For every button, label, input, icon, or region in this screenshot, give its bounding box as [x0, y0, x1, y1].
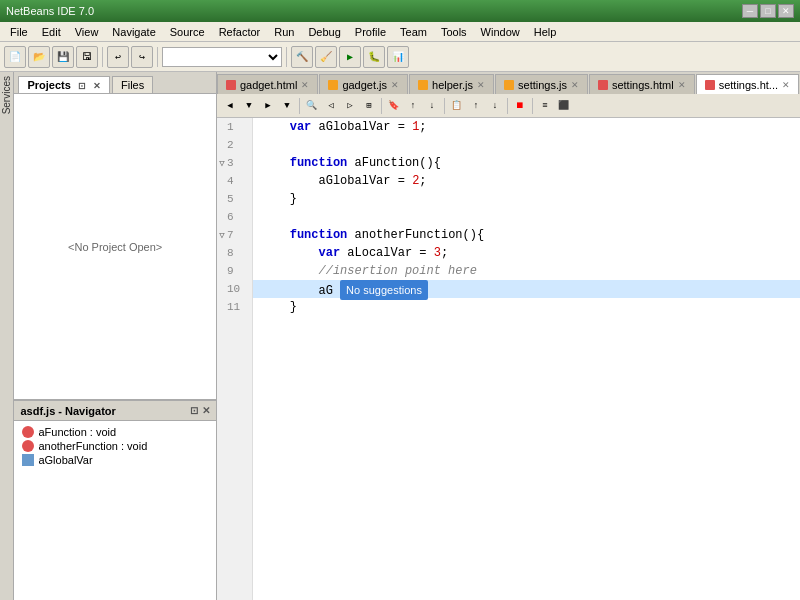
- minimize-button[interactable]: ─: [742, 4, 758, 18]
- tab-close-gadget-js[interactable]: ✕: [391, 80, 399, 90]
- menu-source[interactable]: Source: [164, 24, 211, 40]
- tab-gadget-html[interactable]: gadget.html ✕: [217, 74, 318, 94]
- etb-nextmark-button[interactable]: ↓: [423, 97, 441, 115]
- navigator-panel: asdf.js - Navigator ⊡ ✕ aFunction : void…: [14, 400, 215, 600]
- save-button[interactable]: 💾: [52, 46, 74, 68]
- clean-build-button[interactable]: 🧹: [315, 46, 337, 68]
- fold-7[interactable]: ▽: [217, 226, 227, 244]
- tab-close-settings-js[interactable]: ✕: [571, 80, 579, 90]
- nav-item-aglobalvar-label: aGlobalVar: [38, 454, 92, 466]
- maximize-button[interactable]: □: [760, 4, 776, 18]
- code-line-9[interactable]: //insertion point here: [253, 262, 800, 280]
- code-line-10[interactable]: aG No suggestions: [253, 280, 800, 298]
- tab-settings-html[interactable]: settings.html ✕: [589, 74, 695, 94]
- etb-next-button[interactable]: ▷: [341, 97, 359, 115]
- tab-settings-js[interactable]: settings.js ✕: [495, 74, 588, 94]
- nav-item-anotherfunction[interactable]: anotherFunction : void: [20, 439, 209, 453]
- menu-edit[interactable]: Edit: [36, 24, 67, 40]
- code-line-6[interactable]: [253, 208, 800, 226]
- etb-back-button[interactable]: ◀: [221, 97, 239, 115]
- etb-task-prev-button[interactable]: ↑: [467, 97, 485, 115]
- nav-item-aglobalvar[interactable]: aGlobalVar: [20, 453, 209, 467]
- etb-toggle-button[interactable]: ⊞: [360, 97, 378, 115]
- line-num-3: 3: [227, 154, 240, 172]
- line-num-row-1: 1: [217, 118, 252, 136]
- tab-label-gadget-html: gadget.html: [240, 79, 297, 91]
- build-button[interactable]: 🔨: [291, 46, 313, 68]
- no-project-text: <No Project Open>: [68, 241, 162, 253]
- etb-sep4: [507, 98, 508, 114]
- code-line-1[interactable]: var aGlobalVar = 1;: [253, 118, 800, 136]
- toolbar-separator-3: [286, 47, 287, 67]
- tab-close-helper-js[interactable]: ✕: [477, 80, 485, 90]
- code-line-7[interactable]: function anotherFunction(){: [253, 226, 800, 244]
- menu-view[interactable]: View: [69, 24, 105, 40]
- line-num-row-9: 9: [217, 262, 252, 280]
- code-line-3[interactable]: function aFunction(){: [253, 154, 800, 172]
- etb-linenum-button[interactable]: ≡: [536, 97, 554, 115]
- debug-button[interactable]: 🐛: [363, 46, 385, 68]
- menubar: File Edit View Navigate Source Refactor …: [0, 22, 800, 42]
- tab-gadget-js[interactable]: gadget.js ✕: [319, 74, 408, 94]
- etb-tasks-button[interactable]: 📋: [448, 97, 466, 115]
- etb-sep2: [381, 98, 382, 114]
- tab-projects[interactable]: Projects ⊡ ✕: [18, 76, 110, 93]
- code-line-5[interactable]: }: [253, 190, 800, 208]
- undo-button[interactable]: ↩: [107, 46, 129, 68]
- editor-tabs: gadget.html ✕ gadget.js ✕ helper.js ✕ se…: [217, 72, 800, 94]
- run-button[interactable]: ▶: [339, 46, 361, 68]
- menu-help[interactable]: Help: [528, 24, 563, 40]
- tab-close-settings-html[interactable]: ✕: [678, 80, 686, 90]
- code-line-11[interactable]: }: [253, 298, 800, 316]
- new-button[interactable]: 📄: [4, 46, 26, 68]
- tab-helper-js[interactable]: helper.js ✕: [409, 74, 494, 94]
- menu-tools[interactable]: Tools: [435, 24, 473, 40]
- menu-team[interactable]: Team: [394, 24, 433, 40]
- line-num-4: 4: [227, 172, 240, 190]
- code-line-8[interactable]: var aLocalVar = 3;: [253, 244, 800, 262]
- menu-navigate[interactable]: Navigate: [106, 24, 161, 40]
- line-num-8: 8: [227, 244, 240, 262]
- redo-button[interactable]: ↪: [131, 46, 153, 68]
- navigator-menu-icon[interactable]: ⊡: [190, 405, 198, 416]
- etb-task-next-button[interactable]: ↓: [486, 97, 504, 115]
- run-config-combo[interactable]: [162, 47, 282, 67]
- navigator-close-icon[interactable]: ✕: [202, 405, 210, 416]
- tab-icon-helper-js: [418, 80, 428, 90]
- autocomplete-popup: No suggestions: [340, 280, 428, 300]
- tab-settings-ht[interactable]: settings.ht... ✕: [696, 74, 799, 94]
- etb-dropdown1[interactable]: ▼: [240, 97, 258, 115]
- code-line-4[interactable]: aGlobalVar = 2;: [253, 172, 800, 190]
- close-button[interactable]: ✕: [778, 4, 794, 18]
- services-label[interactable]: Services: [1, 76, 12, 114]
- nav-item-afunction[interactable]: aFunction : void: [20, 425, 209, 439]
- menu-run[interactable]: Run: [268, 24, 300, 40]
- projects-tab-close[interactable]: ✕: [93, 81, 101, 91]
- etb-search-button[interactable]: 🔍: [303, 97, 321, 115]
- fold-3[interactable]: ▽: [217, 154, 227, 172]
- etb-format-button[interactable]: ⬛: [555, 97, 573, 115]
- tab-close-gadget-html[interactable]: ✕: [301, 80, 309, 90]
- code-editor[interactable]: 1 2 ▽ 3 4: [217, 118, 800, 600]
- tab-files[interactable]: Files: [112, 76, 153, 93]
- etb-dropdown2[interactable]: ▼: [278, 97, 296, 115]
- save-all-button[interactable]: 🖫: [76, 46, 98, 68]
- code-line-2[interactable]: [253, 136, 800, 154]
- menu-window[interactable]: Window: [475, 24, 526, 40]
- etb-bookmark-button[interactable]: 🔖: [385, 97, 403, 115]
- tab-icon-gadget-js: [328, 80, 338, 90]
- menu-profile[interactable]: Profile: [349, 24, 392, 40]
- etb-prevmark-button[interactable]: ↑: [404, 97, 422, 115]
- menu-file[interactable]: File: [4, 24, 34, 40]
- etb-stop-button[interactable]: ⏹: [511, 97, 529, 115]
- tab-close-settings-ht[interactable]: ✕: [782, 80, 790, 90]
- fold-11: [217, 298, 227, 316]
- profile-btn[interactable]: 📊: [387, 46, 409, 68]
- etb-forward-button[interactable]: ▶: [259, 97, 277, 115]
- etb-prev-button[interactable]: ◁: [322, 97, 340, 115]
- editor-panel: gadget.html ✕ gadget.js ✕ helper.js ✕ se…: [217, 72, 800, 600]
- var-icon-aglobalvar: [22, 454, 34, 466]
- menu-refactor[interactable]: Refactor: [213, 24, 267, 40]
- menu-debug[interactable]: Debug: [302, 24, 346, 40]
- open-button[interactable]: 📂: [28, 46, 50, 68]
